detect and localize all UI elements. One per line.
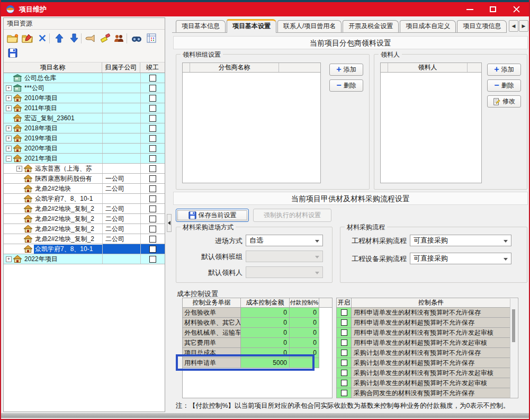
condition-row[interactable]: 采购计划单发生的材料超预算时不允许保存 (337, 358, 510, 368)
equipment-flow-select[interactable]: 可直接采购 (410, 253, 511, 264)
condition-row[interactable]: 用料申请单发生的材料超预算时不允许发起审核 (337, 338, 510, 348)
condition-row[interactable]: 用料申请单发生的材料没有预算时不允许保存 (337, 308, 510, 318)
tree-row[interactable]: +2010年项目 (4, 93, 165, 103)
tab-项目基本设置[interactable]: 项目基本设置 (227, 19, 276, 33)
completed-checkbox[interactable] (149, 105, 156, 112)
completed-checkbox[interactable] (149, 195, 156, 202)
assign-hand-icon[interactable] (84, 32, 97, 44)
cost-row[interactable]: 分包验收单00 (183, 308, 332, 318)
tree-row[interactable]: +龙鼎2#2地块_复制_2二公司 (4, 234, 165, 244)
completed-checkbox[interactable] (149, 95, 156, 102)
completed-checkbox[interactable] (149, 216, 156, 222)
completed-checkbox[interactable] (149, 165, 156, 172)
enable-checkbox[interactable] (341, 390, 347, 396)
tab-项目基本信息[interactable]: 项目基本信息 (176, 20, 226, 32)
condition-row[interactable]: 用料申请单发生的材料超预算时不允许保存 (337, 318, 510, 328)
expander-icon[interactable]: + (6, 146, 12, 151)
payment-control-cell[interactable]: 0 (290, 318, 319, 328)
enable-checkbox[interactable] (341, 319, 347, 326)
erase-icon[interactable] (98, 32, 112, 44)
grid-settings-icon[interactable] (145, 32, 158, 44)
expander-icon[interactable]: + (16, 166, 22, 172)
vertical-scrollbar[interactable] (510, 299, 517, 397)
tab-scroll-left-button[interactable]: ◀ (509, 20, 518, 32)
tree-row[interactable]: +2020年项目 (4, 144, 165, 154)
picker-add-button[interactable]: 添加 (487, 64, 521, 76)
picker-table[interactable]: 领料人 (380, 62, 482, 183)
condition-row[interactable]: 采购合同发生的材料没有预算时不允许保存 (337, 388, 510, 398)
save-current-settings-button[interactable]: 保存当前设置 (176, 209, 249, 222)
tree-row[interactable]: +龙鼎2#2地块二公司 (4, 184, 165, 194)
tree-row[interactable]: +远东普惠（上海、苏 (4, 164, 165, 174)
tree-row[interactable]: +2011年项目 (4, 103, 165, 113)
expander-icon[interactable]: + (6, 256, 12, 262)
move-up-icon[interactable] (52, 32, 66, 44)
default-team-select[interactable] (246, 251, 323, 262)
splitter-collapse-button[interactable] (167, 214, 172, 232)
completed-checkbox[interactable] (149, 125, 156, 132)
condition-row[interactable]: 采购计划单发生的材料没有预算时不允许保存 (337, 348, 510, 358)
completed-checkbox[interactable] (149, 155, 156, 162)
entry-mode-select[interactable]: 自选 (246, 235, 323, 246)
tab-开票及税金设置[interactable]: 开票及税金设置 (343, 20, 399, 32)
control-condition-table[interactable]: 开启 控制条件 用料申请单发生的材料没有预算时不允许保存用料申请单发生的材料超预… (336, 298, 518, 398)
delete-icon[interactable] (35, 32, 49, 44)
team-add-button[interactable]: 添加 (329, 64, 363, 76)
users-icon[interactable] (112, 32, 125, 44)
completed-checkbox[interactable] (149, 256, 156, 263)
default-picker-select[interactable] (246, 266, 323, 278)
tree-row[interactable]: +龙鼎2#2地块_复制_2二公司 (4, 204, 165, 214)
enable-checkbox[interactable] (341, 360, 347, 366)
expander-icon[interactable]: + (6, 95, 12, 101)
cost-amount-cell[interactable]: 0 (241, 318, 290, 328)
expander-icon[interactable]: − (6, 156, 12, 162)
enable-checkbox[interactable] (341, 339, 347, 346)
payment-control-cell[interactable]: 0 (290, 338, 319, 348)
tree-row[interactable]: +公司总仓库 (4, 73, 165, 83)
completed-checkbox[interactable] (149, 145, 156, 152)
tree-row[interactable]: +众凯学府7、8、10-1 (4, 244, 165, 254)
team-delete-button[interactable]: 删除 (329, 79, 363, 92)
cost-row[interactable]: 其它费用单00 (183, 338, 332, 348)
cost-amount-cell[interactable]: 0 (241, 328, 290, 338)
tree-row[interactable]: +众凯学府7、8、10-1 (4, 194, 165, 204)
minimize-button[interactable] (458, 2, 481, 16)
tree-row[interactable]: −2021年项目 (4, 154, 165, 164)
completed-checkbox[interactable] (149, 205, 156, 212)
tab-项目成本自定义[interactable]: 项目成本自定义 (400, 20, 456, 32)
completed-checkbox[interactable] (149, 246, 156, 253)
completed-checkbox[interactable] (149, 175, 156, 182)
completed-checkbox[interactable] (149, 135, 156, 142)
tree-row[interactable]: +陕西康惠制药股份有一公司 (4, 174, 165, 184)
tree-row[interactable]: +***公司 (4, 83, 165, 93)
payment-control-cell[interactable]: 0 (290, 308, 319, 318)
cost-control-table[interactable]: 控制业务单据 成本控制金额 付款控制% 分包验收单00材料验收单、其它入库00外… (182, 298, 333, 398)
scrollbar-thumb[interactable] (512, 309, 515, 342)
tree-row[interactable]: +龙鼎2#2地块_复制_2二公司 (4, 224, 165, 234)
enable-checkbox[interactable] (341, 309, 347, 316)
enable-checkbox[interactable] (341, 380, 347, 386)
expander-icon[interactable]: + (6, 85, 12, 91)
cost-amount-cell[interactable]: 0 (241, 308, 290, 318)
move-down-icon[interactable] (67, 32, 81, 44)
close-button[interactable] (505, 2, 528, 16)
enable-checkbox[interactable] (341, 370, 347, 376)
completed-checkbox[interactable] (149, 115, 156, 122)
cost-row[interactable]: 外包机械单、运输车辆00 (183, 328, 332, 338)
tree-row[interactable]: +2019年项目 (4, 133, 165, 144)
cost-amount-cell[interactable]: 0 (241, 338, 290, 348)
tree-row[interactable]: +2018年项目 (4, 123, 165, 133)
condition-row[interactable]: 采购计划单发生的材料超预算时不允许发起审核 (337, 378, 510, 388)
payment-control-cell[interactable]: 0 (290, 328, 319, 338)
picker-modify-button[interactable]: 修改 (487, 95, 521, 108)
picker-delete-button[interactable]: 删除 (487, 79, 521, 92)
save-icon[interactable] (6, 47, 20, 59)
expander-icon[interactable]: + (6, 136, 12, 141)
material-flow-select[interactable]: 可直接采购 (410, 235, 511, 246)
completed-checkbox[interactable] (149, 236, 156, 243)
tab-联系人/项目曾用名[interactable]: 联系人/项目曾用名 (277, 20, 342, 32)
edit-folder-icon[interactable] (21, 32, 34, 44)
condition-row[interactable]: 采购计划单发生的材料没有预算时不允许发起审核 (337, 368, 510, 378)
completed-checkbox[interactable] (149, 226, 156, 233)
search-icon[interactable] (130, 32, 143, 44)
